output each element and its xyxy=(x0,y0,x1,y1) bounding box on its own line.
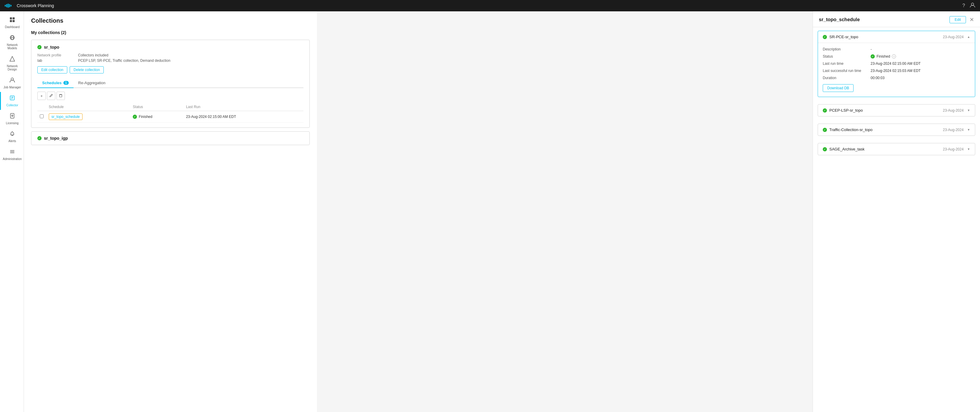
row-checkbox-cell xyxy=(37,111,46,123)
duration-value: 00:00:03 xyxy=(870,76,970,80)
download-db-button[interactable]: Download DB xyxy=(823,84,854,92)
user-icon[interactable] xyxy=(970,2,975,9)
description-label: Description xyxy=(823,47,870,51)
traffic-status-icon xyxy=(823,128,827,132)
svg-rect-4 xyxy=(11,5,11,6)
svg-rect-3 xyxy=(9,4,10,7)
collection-card-sr-topo-igp: sr_topo_igp xyxy=(31,132,310,145)
delete-schedule-button[interactable] xyxy=(57,92,65,100)
section-sage-archive-task: SAGE_Archive_task 23-Aug-2024 ▼ xyxy=(818,143,975,155)
help-icon[interactable]: ? xyxy=(963,3,965,8)
tab-re-aggregation-label: Re-Aggregation xyxy=(78,81,105,85)
svg-marker-13 xyxy=(10,56,15,61)
sidebar-label-alerts: Alerts xyxy=(8,139,16,143)
collection-card-header: sr_topo xyxy=(37,45,304,49)
sidebar-label-job-manager: Job Manager xyxy=(3,86,21,89)
sidebar-item-network-design[interactable]: Network Design xyxy=(0,53,24,74)
sidebar-item-job-manager[interactable]: Job Manager xyxy=(0,74,24,92)
finished-status-icon xyxy=(133,115,137,119)
schedules-badge: 1 xyxy=(64,81,69,85)
section-pcep-lsp-sr-topo: PCEP-LSP-sr_topo 23-Aug-2024 ▼ xyxy=(818,104,975,116)
status-value-row: Finished i xyxy=(870,54,970,59)
pcep-status-icon xyxy=(823,108,827,113)
sidebar-label-collector: Collector xyxy=(6,104,18,107)
network-models-icon xyxy=(9,35,15,42)
last-run-cell: 23-Aug-2024 02:15:00 AM EDT xyxy=(184,111,304,123)
status-value: Finished xyxy=(877,54,890,59)
job-manager-icon xyxy=(9,77,15,84)
sidebar-label-network-design: Network Design xyxy=(2,65,22,71)
network-design-icon xyxy=(9,56,15,63)
pcep-header-left: PCEP-LSP-sr_topo xyxy=(823,108,863,113)
sidebar-item-administration[interactable]: Administration xyxy=(0,146,24,163)
sage-status-icon xyxy=(823,147,827,151)
sage-section-header[interactable]: SAGE_Archive_task 23-Aug-2024 ▼ xyxy=(818,143,975,155)
col-last-run: Last Run xyxy=(184,103,304,111)
sage-header-right: 23-Aug-2024 ▼ xyxy=(943,147,970,151)
tab-re-aggregation[interactable]: Re-Aggregation xyxy=(73,78,110,88)
pcep-header-right: 23-Aug-2024 ▼ xyxy=(943,108,970,113)
pcep-lsp-section-header[interactable]: PCEP-LSP-sr_topo 23-Aug-2024 ▼ xyxy=(818,105,975,116)
pcep-date: 23-Aug-2024 xyxy=(943,108,964,113)
sr-pce-section-body: Description - Status Finished i Last run… xyxy=(818,43,975,97)
row-checkbox[interactable] xyxy=(40,114,44,118)
sidebar-label-administration: Administration xyxy=(3,157,22,161)
edit-collection-button[interactable]: Edit collection xyxy=(37,66,67,73)
sidebar-item-alerts[interactable]: Alerts xyxy=(0,128,24,146)
description-value: - xyxy=(870,47,970,51)
tab-schedules[interactable]: Schedules 1 xyxy=(37,78,73,88)
my-collections-header: My collections (2) xyxy=(31,30,310,35)
sidebar-item-licensing[interactable]: Licensing xyxy=(0,110,24,128)
sidebar-item-dashboard[interactable]: Dashboard xyxy=(0,14,24,32)
schedule-name-link[interactable]: sr_topo_schedule xyxy=(49,113,83,120)
sr-pce-detail-grid: Description - Status Finished i Last run… xyxy=(823,47,970,80)
svg-rect-7 xyxy=(13,17,15,19)
section-traffic-collection-sr-topo: Traffic-Collection-sr_topo 23-Aug-2024 ▼ xyxy=(818,124,975,136)
schedule-table-body: sr_topo_schedule Finished 23-Aug-2024 02… xyxy=(37,111,304,123)
traffic-header-left: Traffic-Collection-sr_topo xyxy=(823,127,873,132)
content-area: Collections My collections (2) sr_topo N… xyxy=(24,11,813,412)
last-success-value: 23-Aug-2024 02:15:03 AM EDT xyxy=(870,69,970,73)
schedule-table: Schedule Status Last Run sr_topo_schedul… xyxy=(37,103,304,123)
panel-close-button[interactable]: ✕ xyxy=(969,17,974,22)
alerts-icon xyxy=(9,131,15,138)
collectors-value: PCEP LSP, SR-PCE, Traffic collection, De… xyxy=(78,59,304,63)
collection-actions: Edit collection Delete collection xyxy=(37,66,304,73)
panel-edit-button[interactable]: Edit xyxy=(950,16,966,23)
sr-pce-date: 23-Aug-2024 xyxy=(943,35,964,39)
network-profile-label: Network profile xyxy=(37,53,73,57)
status-text: Finished xyxy=(139,115,152,119)
status-info-icon[interactable]: i xyxy=(892,54,896,59)
logo-area: Crosswork Planning xyxy=(5,3,54,8)
svg-rect-19 xyxy=(11,113,14,118)
sage-date: 23-Aug-2024 xyxy=(943,147,964,151)
main-layout: Dashboard Network Models Network Design xyxy=(0,11,980,412)
svg-rect-2 xyxy=(8,3,9,8)
licensing-icon xyxy=(9,113,15,120)
dashboard-icon xyxy=(9,17,15,24)
svg-rect-9 xyxy=(13,20,15,22)
svg-rect-0 xyxy=(5,5,6,6)
add-schedule-button[interactable]: + xyxy=(37,92,46,100)
schedule-name-cell: sr_topo_schedule xyxy=(46,111,130,123)
traffic-arrow-icon: ▼ xyxy=(967,128,970,132)
traffic-section-header[interactable]: Traffic-Collection-sr_topo 23-Aug-2024 ▼ xyxy=(818,124,975,136)
collector-icon xyxy=(9,95,15,102)
administration-icon xyxy=(9,149,15,156)
sr-pce-section-header[interactable]: SR-PCE-sr_topo 23-Aug-2024 ▲ xyxy=(818,31,975,43)
svg-rect-1 xyxy=(6,4,7,7)
status-icon-sr-topo-igp xyxy=(37,136,41,140)
tab-schedules-label: Schedules xyxy=(42,81,62,85)
status-value-icon xyxy=(870,54,875,59)
edit-schedule-button[interactable] xyxy=(47,92,55,100)
sr-pce-title: SR-PCE-sr_topo xyxy=(829,35,858,39)
svg-rect-8 xyxy=(10,20,12,22)
duration-label: Duration xyxy=(823,76,870,80)
sage-arrow-icon: ▼ xyxy=(967,147,970,151)
delete-collection-button[interactable]: Delete collection xyxy=(70,66,104,73)
sage-title: SAGE_Archive_task xyxy=(829,147,865,151)
sidebar-item-network-models[interactable]: Network Models xyxy=(0,32,24,53)
collection-meta: Network profile Collectors included lab … xyxy=(37,53,304,63)
sidebar-item-collector[interactable]: Collector xyxy=(0,92,24,110)
section-sr-pce-sr-topo: SR-PCE-sr_topo 23-Aug-2024 ▲ Description… xyxy=(818,31,975,97)
